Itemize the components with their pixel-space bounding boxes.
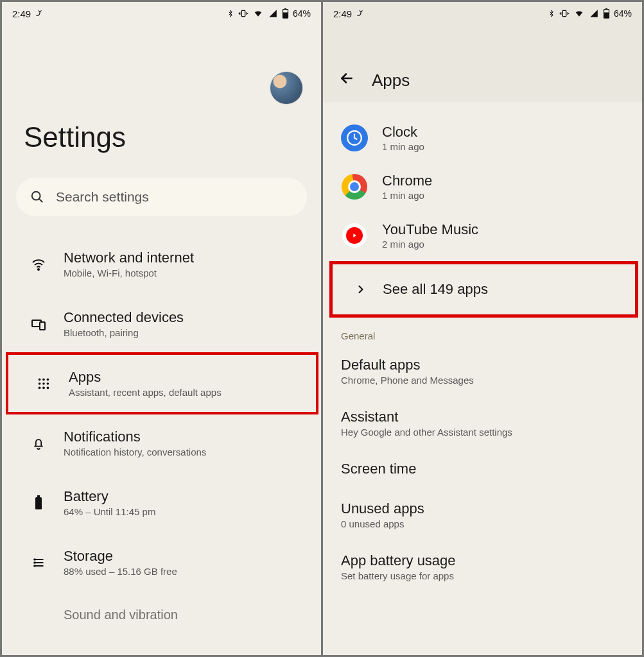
svg-rect-22 <box>562 10 566 16</box>
svg-point-11 <box>39 382 41 385</box>
settings-screen: 2:49 64% Settings Search settings Networ… <box>2 2 321 655</box>
row-title: Unused apps <box>341 500 628 517</box>
row-unused-apps[interactable]: Unused apps 0 unused apps <box>323 489 642 541</box>
status-battery: 64% <box>614 8 632 19</box>
status-time: 2:49 <box>333 8 352 19</box>
settings-item-notifications[interactable]: Notifications Notification history, conv… <box>2 413 321 473</box>
wifi-icon <box>573 9 585 18</box>
wifi-icon <box>31 257 46 272</box>
item-sub: Assistant, recent apps, default apps <box>69 387 222 398</box>
svg-point-9 <box>42 378 45 380</box>
svg-rect-7 <box>40 322 45 330</box>
app-title: Chrome <box>382 173 432 189</box>
youtube-music-app-icon <box>341 222 368 249</box>
page-title: Apps <box>372 71 410 90</box>
svg-rect-2 <box>283 12 288 18</box>
signal-icon <box>268 9 278 18</box>
battery-icon <box>282 8 289 19</box>
settings-item-storage[interactable]: Storage 88% used – 15.16 GB free <box>2 533 321 592</box>
search-icon <box>30 190 44 204</box>
item-title: Connected devices <box>64 309 184 326</box>
row-title: Assistant <box>341 409 628 425</box>
item-sub: Bluetooth, pairing <box>64 327 184 338</box>
svg-rect-25 <box>605 8 607 10</box>
vibrate-icon <box>238 8 248 19</box>
arrow-left-icon <box>338 70 355 87</box>
svg-point-10 <box>47 378 49 380</box>
devices-icon <box>31 316 46 332</box>
app-sub: 2 min ago <box>382 239 478 250</box>
chevron-right-icon <box>354 283 367 296</box>
settings-item-network[interactable]: Network and internet Mobile, Wi-Fi, hots… <box>2 234 321 294</box>
see-all-apps[interactable]: See all 149 apps <box>329 261 638 318</box>
svg-point-8 <box>39 378 41 380</box>
row-title: App battery usage <box>341 552 628 569</box>
svg-point-19 <box>34 559 35 560</box>
row-sub: Set battery usage for apps <box>341 570 628 581</box>
item-title: Apps <box>69 369 222 386</box>
settings-item-sound[interactable]: Sound and vibration <box>2 592 321 622</box>
svg-point-14 <box>39 386 41 389</box>
svg-point-20 <box>34 562 35 563</box>
recent-apps-list: Clock 1 min ago Chrome 1 min ago YouTube… <box>323 102 642 593</box>
clock-app-icon <box>341 124 368 151</box>
svg-point-15 <box>42 386 45 389</box>
row-assistant[interactable]: Assistant Hey Google and other Assistant… <box>323 397 642 449</box>
wifi-icon <box>252 9 264 18</box>
storage-icon <box>31 556 46 569</box>
bluetooth-icon <box>548 8 555 19</box>
svg-rect-3 <box>284 8 286 10</box>
svg-point-13 <box>47 382 49 385</box>
row-sub: Chrome, Phone and Messages <box>341 375 628 386</box>
settings-item-connected-devices[interactable]: Connected devices Bluetooth, pairing <box>2 294 321 354</box>
item-sub: 88% used – 15.16 GB free <box>64 566 177 577</box>
profile-avatar[interactable] <box>270 71 303 105</box>
status-battery: 64% <box>293 8 311 19</box>
search-settings[interactable]: Search settings <box>16 178 307 216</box>
app-row-clock[interactable]: Clock 1 min ago <box>323 114 642 162</box>
row-title: Screen time <box>341 461 628 477</box>
apps-header: Apps <box>323 25 642 102</box>
svg-point-21 <box>34 565 35 567</box>
svg-point-5 <box>38 269 39 270</box>
status-time: 2:49 <box>12 8 31 19</box>
app-row-chrome[interactable]: Chrome 1 min ago <box>323 162 642 211</box>
call-forward-icon <box>35 9 44 18</box>
settings-item-battery[interactable]: Battery 64% – Until 11:45 pm <box>2 473 321 533</box>
settings-item-apps[interactable]: Apps Assistant, recent apps, default app… <box>7 354 317 413</box>
app-row-youtube-music[interactable]: YouTube Music 2 min ago <box>323 211 642 260</box>
settings-list: Network and internet Mobile, Wi-Fi, hots… <box>2 234 321 622</box>
call-forward-icon <box>356 9 365 18</box>
app-title: YouTube Music <box>382 221 478 238</box>
row-screen-time[interactable]: Screen time <box>323 449 642 489</box>
app-sub: 1 min ago <box>382 141 424 152</box>
svg-point-16 <box>47 386 49 389</box>
battery-icon <box>33 495 44 511</box>
svg-rect-17 <box>35 497 42 509</box>
status-bar: 2:49 64% <box>323 2 642 25</box>
item-title: Storage <box>64 548 177 565</box>
row-sub: 0 unused apps <box>341 518 628 529</box>
back-button[interactable] <box>338 70 355 90</box>
bluetooth-icon <box>227 8 234 19</box>
svg-point-4 <box>32 192 40 200</box>
svg-point-12 <box>42 382 45 385</box>
search-placeholder: Search settings <box>56 189 149 205</box>
item-sub: Notification history, conversations <box>64 447 206 457</box>
status-bar: 2:49 64% <box>2 2 321 25</box>
svg-rect-0 <box>241 10 245 16</box>
row-sub: Hey Google and other Assistant settings <box>341 427 628 438</box>
item-sub: Mobile, Wi-Fi, hotspot <box>64 268 194 278</box>
section-general: General <box>323 319 642 345</box>
row-default-apps[interactable]: Default apps Chrome, Phone and Messages <box>323 345 642 397</box>
bell-icon <box>31 436 46 450</box>
item-sub: 64% – Until 11:45 pm <box>64 506 155 517</box>
item-title: Sound and vibration <box>64 608 178 622</box>
app-title: Clock <box>382 124 424 141</box>
app-sub: 1 min ago <box>382 190 432 201</box>
battery-icon <box>603 8 610 19</box>
item-title: Network and internet <box>64 250 194 266</box>
row-app-battery-usage[interactable]: App battery usage Set battery usage for … <box>323 541 642 593</box>
svg-rect-18 <box>37 495 40 497</box>
vibrate-icon <box>559 8 570 19</box>
